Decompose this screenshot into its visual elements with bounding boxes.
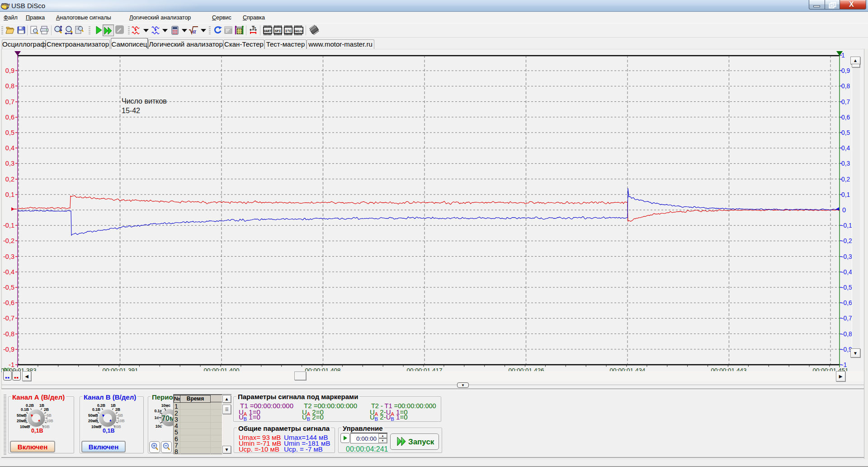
- svg-text:1с: 1с: [155, 415, 159, 420]
- svg-text:~5В: ~5В: [44, 413, 52, 418]
- svg-text:~10В: ~10В: [44, 419, 53, 423]
- svg-text:0,3: 0,3: [841, 160, 850, 167]
- svg-text:-0,8: -0,8: [3, 330, 14, 338]
- svg-text:0,2: 0,2: [841, 176, 850, 183]
- svg-text:0,4: 0,4: [5, 144, 14, 152]
- svg-text:0.1В: 0.1В: [21, 407, 29, 412]
- svg-text:I²C: I²C: [285, 29, 292, 33]
- svg-text:-0,7: -0,7: [3, 315, 14, 322]
- svg-text:-0,9: -0,9: [3, 346, 14, 353]
- svg-text:SPI: SPI: [275, 29, 281, 33]
- svg-text:-0,3: -0,3: [841, 253, 852, 260]
- svg-text:м: м: [254, 26, 256, 29]
- svg-text:2В: 2В: [115, 407, 120, 412]
- svg-text:0,5: 0,5: [841, 129, 850, 136]
- svg-text:20мВ: 20мВ: [17, 419, 27, 423]
- svg-text:-0,7: -0,7: [841, 315, 852, 322]
- svg-text:10мВ: 10мВ: [91, 424, 101, 429]
- svg-text:-0,8: -0,8: [841, 331, 852, 338]
- svg-text:Число витков: Число витков: [122, 97, 167, 105]
- svg-text:0,6: 0,6: [841, 114, 850, 121]
- svg-text:UART: UART: [264, 29, 272, 33]
- svg-text:-0,2: -0,2: [841, 238, 852, 244]
- svg-text:-0,3: -0,3: [3, 253, 14, 260]
- svg-text:0,9: 0,9: [5, 67, 14, 74]
- svg-text:0,4: 0,4: [841, 145, 850, 152]
- svg-text:DiSco: DiSco: [1, 3, 10, 6]
- svg-text:-0,5: -0,5: [841, 284, 852, 291]
- svg-text:0,2: 0,2: [5, 176, 14, 183]
- svg-text:20В: 20В: [114, 424, 121, 429]
- svg-text:10мс: 10мс: [161, 403, 171, 408]
- svg-text:1: 1: [841, 52, 845, 59]
- svg-text:50мВ: 50мВ: [88, 413, 98, 418]
- svg-text:0,7: 0,7: [841, 99, 850, 105]
- svg-text:0,8: 0,8: [5, 82, 14, 90]
- svg-text:10мВ: 10мВ: [20, 424, 30, 429]
- svg-text:0.1с: 0.1с: [154, 409, 162, 413]
- svg-text:0,3: 0,3: [5, 160, 14, 167]
- svg-text:0: 0: [842, 206, 846, 214]
- svg-text:20В: 20В: [42, 424, 50, 429]
- svg-text:0,8: 0,8: [841, 83, 850, 90]
- svg-text:0,7: 0,7: [5, 98, 14, 105]
- svg-text:~10В: ~10В: [115, 419, 125, 423]
- svg-text:0,5: 0,5: [5, 129, 14, 136]
- svg-text:-0,4: -0,4: [841, 269, 852, 276]
- svg-text:0,1: 0,1: [841, 191, 850, 198]
- svg-text:10с: 10с: [156, 424, 162, 429]
- svg-text:-0,4: -0,4: [3, 268, 14, 276]
- svg-text:-0,6: -0,6: [3, 299, 14, 306]
- svg-text:-0,1: -0,1: [841, 222, 852, 229]
- svg-text:0.1В: 0.1В: [92, 407, 100, 412]
- svg-text:0,1: 0,1: [5, 191, 14, 198]
- svg-text:0,9: 0,9: [841, 67, 850, 74]
- svg-text:α: α: [193, 28, 196, 35]
- svg-text:50мВ: 50мВ: [17, 413, 27, 418]
- svg-text:2В: 2В: [44, 407, 49, 412]
- svg-text:1Wire: 1Wire: [294, 30, 303, 33]
- svg-text:-0,5: -0,5: [3, 284, 14, 291]
- svg-text:20мВ: 20мВ: [88, 419, 98, 423]
- svg-text:-0,1: -0,1: [3, 222, 14, 229]
- svg-text:-0,2: -0,2: [3, 237, 14, 244]
- svg-text:~5В: ~5В: [116, 413, 123, 418]
- svg-text:0,6: 0,6: [5, 114, 14, 121]
- svg-text:-0,6: -0,6: [841, 300, 852, 306]
- svg-text:15-42: 15-42: [122, 107, 140, 114]
